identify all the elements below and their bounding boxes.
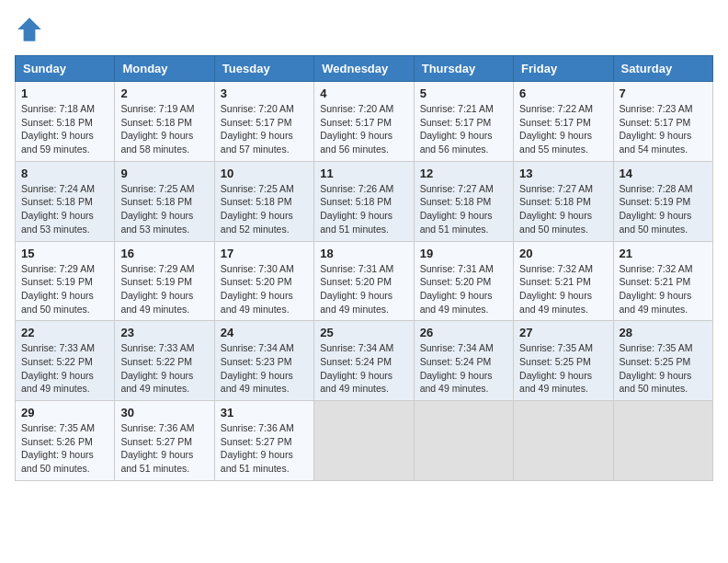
calendar-cell: 18 Sunrise: 7:31 AMSunset: 5:20 PMDaylig… <box>314 241 414 321</box>
day-number: 1 <box>21 86 108 100</box>
calendar-cell: 3 Sunrise: 7:20 AMSunset: 5:17 PMDayligh… <box>214 82 313 162</box>
cell-content: Sunrise: 7:31 AMSunset: 5:20 PMDaylight:… <box>420 262 507 316</box>
day-number: 19 <box>420 247 507 260</box>
day-number: 7 <box>620 86 707 100</box>
calendar-cell: 4 Sunrise: 7:20 AMSunset: 5:17 PMDayligh… <box>314 82 414 162</box>
cell-content: Sunrise: 7:36 AMSunset: 5:27 PMDaylight:… <box>221 421 308 476</box>
calendar-cell: 24 Sunrise: 7:34 AMSunset: 5:23 PMDaylig… <box>214 321 313 401</box>
cell-content: Sunrise: 7:31 AMSunset: 5:20 PMDaylight:… <box>320 262 407 316</box>
cell-content: Sunrise: 7:32 AMSunset: 5:21 PMDaylight:… <box>620 262 707 316</box>
cell-content: Sunrise: 7:34 AMSunset: 5:24 PMDaylight:… <box>320 341 407 396</box>
calendar-cell: 13 Sunrise: 7:27 AMSunset: 5:18 PMDaylig… <box>514 161 613 241</box>
day-number: 31 <box>221 406 308 419</box>
day-number: 22 <box>21 326 108 339</box>
svg-marker-0 <box>17 17 41 41</box>
logo-icon <box>15 15 44 44</box>
cell-content: Sunrise: 7:27 AMSunset: 5:18 PMDaylight:… <box>519 182 607 236</box>
calendar-header: SundayMondayTuesdayWednesdayThursdayFrid… <box>16 56 713 82</box>
calendar-cell: 2 Sunrise: 7:19 AMSunset: 5:18 PMDayligh… <box>115 82 214 162</box>
day-number: 5 <box>420 86 507 100</box>
day-number: 10 <box>221 167 308 180</box>
calendar-cell: 29 Sunrise: 7:35 AMSunset: 5:26 PMDaylig… <box>16 401 115 481</box>
header-row: SundayMondayTuesdayWednesdayThursdayFrid… <box>16 56 713 82</box>
calendar-cell: 12 Sunrise: 7:27 AMSunset: 5:18 PMDaylig… <box>414 161 513 241</box>
cell-content: Sunrise: 7:20 AMSunset: 5:17 PMDaylight:… <box>221 102 308 156</box>
day-number: 18 <box>320 247 407 260</box>
calendar-cell: 1 Sunrise: 7:18 AMSunset: 5:18 PMDayligh… <box>16 82 115 162</box>
header-cell-tuesday: Tuesday <box>214 56 313 82</box>
page-header <box>15 15 713 44</box>
day-number: 21 <box>620 247 707 260</box>
cell-content: Sunrise: 7:25 AMSunset: 5:18 PMDaylight:… <box>120 182 208 236</box>
header-cell-friday: Friday <box>514 56 613 82</box>
day-number: 30 <box>120 406 208 419</box>
cell-content: Sunrise: 7:34 AMSunset: 5:24 PMDaylight:… <box>420 341 507 396</box>
day-number: 12 <box>420 167 507 180</box>
calendar-cell: 14 Sunrise: 7:28 AMSunset: 5:19 PMDaylig… <box>613 161 712 241</box>
calendar-cell: 30 Sunrise: 7:36 AMSunset: 5:27 PMDaylig… <box>115 401 214 481</box>
cell-content: Sunrise: 7:35 AMSunset: 5:26 PMDaylight:… <box>21 421 108 476</box>
cell-content: Sunrise: 7:30 AMSunset: 5:20 PMDaylight:… <box>221 262 308 316</box>
cell-content: Sunrise: 7:26 AMSunset: 5:18 PMDaylight:… <box>320 182 407 236</box>
cell-content: Sunrise: 7:24 AMSunset: 5:18 PMDaylight:… <box>21 182 108 236</box>
week-row: 22 Sunrise: 7:33 AMSunset: 5:22 PMDaylig… <box>16 321 713 401</box>
day-number: 24 <box>221 326 308 339</box>
day-number: 27 <box>519 326 607 339</box>
calendar-cell: 31 Sunrise: 7:36 AMSunset: 5:27 PMDaylig… <box>214 401 313 481</box>
calendar-cell: 25 Sunrise: 7:34 AMSunset: 5:24 PMDaylig… <box>314 321 414 401</box>
cell-content: Sunrise: 7:32 AMSunset: 5:21 PMDaylight:… <box>519 262 607 316</box>
day-number: 6 <box>519 86 607 100</box>
day-number: 4 <box>320 86 407 100</box>
day-number: 28 <box>620 326 707 339</box>
calendar-cell: 10 Sunrise: 7:25 AMSunset: 5:18 PMDaylig… <box>214 161 313 241</box>
calendar-cell: 19 Sunrise: 7:31 AMSunset: 5:20 PMDaylig… <box>414 241 513 321</box>
calendar-cell <box>314 401 414 481</box>
week-row: 29 Sunrise: 7:35 AMSunset: 5:26 PMDaylig… <box>16 401 713 481</box>
calendar-cell <box>414 401 513 481</box>
calendar-table: SundayMondayTuesdayWednesdayThursdayFrid… <box>15 55 713 481</box>
cell-content: Sunrise: 7:20 AMSunset: 5:17 PMDaylight:… <box>320 102 407 156</box>
week-row: 1 Sunrise: 7:18 AMSunset: 5:18 PMDayligh… <box>16 82 713 162</box>
calendar-cell <box>613 401 712 481</box>
cell-content: Sunrise: 7:36 AMSunset: 5:27 PMDaylight:… <box>120 421 208 476</box>
header-cell-sunday: Sunday <box>16 56 115 82</box>
cell-content: Sunrise: 7:33 AMSunset: 5:22 PMDaylight:… <box>120 341 208 396</box>
day-number: 16 <box>120 247 208 260</box>
calendar-cell: 26 Sunrise: 7:34 AMSunset: 5:24 PMDaylig… <box>414 321 513 401</box>
calendar-cell: 7 Sunrise: 7:23 AMSunset: 5:17 PMDayligh… <box>613 82 712 162</box>
calendar-cell: 6 Sunrise: 7:22 AMSunset: 5:17 PMDayligh… <box>514 82 613 162</box>
cell-content: Sunrise: 7:19 AMSunset: 5:18 PMDaylight:… <box>120 102 208 156</box>
day-number: 14 <box>620 167 707 180</box>
calendar-cell: 9 Sunrise: 7:25 AMSunset: 5:18 PMDayligh… <box>115 161 214 241</box>
calendar-cell: 28 Sunrise: 7:35 AMSunset: 5:25 PMDaylig… <box>613 321 712 401</box>
day-number: 9 <box>120 167 208 180</box>
cell-content: Sunrise: 7:33 AMSunset: 5:22 PMDaylight:… <box>21 341 108 396</box>
day-number: 3 <box>221 86 308 100</box>
calendar-cell: 16 Sunrise: 7:29 AMSunset: 5:19 PMDaylig… <box>115 241 214 321</box>
day-number: 17 <box>221 247 308 260</box>
day-number: 2 <box>120 86 208 100</box>
day-number: 15 <box>21 247 108 260</box>
calendar-cell: 22 Sunrise: 7:33 AMSunset: 5:22 PMDaylig… <box>16 321 115 401</box>
cell-content: Sunrise: 7:27 AMSunset: 5:18 PMDaylight:… <box>420 182 507 236</box>
calendar-cell: 11 Sunrise: 7:26 AMSunset: 5:18 PMDaylig… <box>314 161 414 241</box>
calendar-cell <box>514 401 613 481</box>
calendar-cell: 27 Sunrise: 7:35 AMSunset: 5:25 PMDaylig… <box>514 321 613 401</box>
cell-content: Sunrise: 7:29 AMSunset: 5:19 PMDaylight:… <box>21 262 108 316</box>
cell-content: Sunrise: 7:22 AMSunset: 5:17 PMDaylight:… <box>519 102 607 156</box>
header-cell-wednesday: Wednesday <box>314 56 414 82</box>
week-row: 8 Sunrise: 7:24 AMSunset: 5:18 PMDayligh… <box>16 161 713 241</box>
calendar-cell: 21 Sunrise: 7:32 AMSunset: 5:21 PMDaylig… <box>613 241 712 321</box>
day-number: 29 <box>21 406 108 419</box>
cell-content: Sunrise: 7:34 AMSunset: 5:23 PMDaylight:… <box>221 341 308 396</box>
logo <box>15 15 48 44</box>
cell-content: Sunrise: 7:23 AMSunset: 5:17 PMDaylight:… <box>620 102 707 156</box>
header-cell-monday: Monday <box>115 56 214 82</box>
week-row: 15 Sunrise: 7:29 AMSunset: 5:19 PMDaylig… <box>16 241 713 321</box>
header-cell-thursday: Thursday <box>414 56 513 82</box>
calendar-cell: 17 Sunrise: 7:30 AMSunset: 5:20 PMDaylig… <box>214 241 313 321</box>
calendar-body: 1 Sunrise: 7:18 AMSunset: 5:18 PMDayligh… <box>16 82 713 481</box>
cell-content: Sunrise: 7:25 AMSunset: 5:18 PMDaylight:… <box>221 182 308 236</box>
calendar-cell: 23 Sunrise: 7:33 AMSunset: 5:22 PMDaylig… <box>115 321 214 401</box>
cell-content: Sunrise: 7:29 AMSunset: 5:19 PMDaylight:… <box>120 262 208 316</box>
